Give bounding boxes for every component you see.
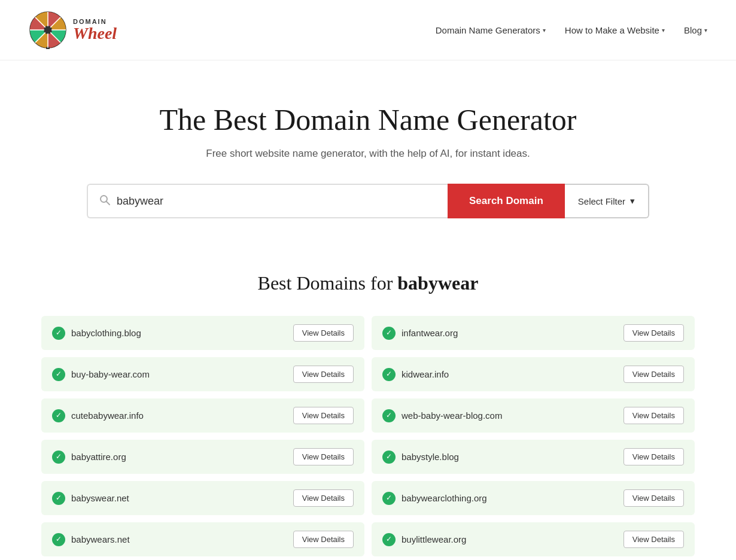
domain-left: ✓ web-baby-wear-blog.com	[382, 409, 502, 422]
view-details-button[interactable]: View Details	[624, 531, 684, 548]
svg-point-11	[44, 26, 51, 34]
logo-wheel-label: Wheel	[73, 25, 117, 42]
chevron-down-icon-2: ▾	[662, 27, 665, 34]
view-details-button[interactable]: View Details	[624, 489, 684, 507]
available-check-icon: ✓	[52, 533, 65, 546]
filter-button-label: Select Filter	[578, 196, 625, 206]
domain-item: ✓ buylittlewear.org View Details	[372, 522, 695, 556]
domain-left: ✓ babystyle.blog	[382, 451, 459, 464]
logo-text: DOMAIN Wheel	[73, 19, 117, 42]
results-section: Best Domains for babywear ✓ babyclothing…	[27, 272, 709, 556]
domain-item: ✓ babywears.net View Details	[41, 522, 364, 556]
domain-left: ✓ babyattire.org	[52, 451, 126, 464]
view-details-button[interactable]: View Details	[293, 531, 354, 548]
results-title: Best Domains for babywear	[41, 272, 695, 294]
view-details-button[interactable]: View Details	[624, 324, 684, 342]
svg-line-13	[107, 201, 110, 205]
domain-name: cutebabywear.info	[71, 410, 144, 421]
filter-chevron-icon: ▾	[630, 196, 635, 206]
domain-name: babyattire.org	[71, 452, 126, 462]
nav-how-to[interactable]: How to Make a Website ▾	[565, 25, 665, 35]
domain-name: babywearclothing.org	[402, 493, 487, 503]
domain-item: ✓ web-baby-wear-blog.com View Details	[372, 398, 695, 433]
domain-name: kidwear.info	[402, 369, 449, 379]
logo-wheel-icon	[29, 11, 67, 49]
nav-domain-generators[interactable]: Domain Name Generators ▾	[436, 25, 546, 35]
available-check-icon: ✓	[52, 409, 65, 422]
domain-left: ✓ cutebabywear.info	[52, 409, 144, 422]
domain-name: buylittlewear.org	[402, 534, 466, 544]
available-check-icon: ✓	[382, 327, 396, 340]
filter-button[interactable]: Select Filter ▾	[565, 184, 649, 218]
domain-left: ✓ babywears.net	[52, 533, 130, 546]
domain-item: ✓ babyswear.net View Details	[41, 481, 364, 515]
view-details-button[interactable]: View Details	[624, 407, 684, 424]
view-details-button[interactable]: View Details	[293, 489, 354, 507]
hero-title: The Best Domain Name Generator	[12, 102, 724, 137]
domain-name: babystyle.blog	[402, 452, 459, 462]
domain-name: babyclothing.blog	[71, 328, 141, 338]
search-box	[87, 184, 448, 218]
nav-blog[interactable]: Blog ▾	[684, 25, 707, 35]
domain-item: ✓ cutebabywear.info View Details	[41, 398, 364, 433]
hero-subtitle: Free short website name generator, with …	[12, 148, 724, 160]
available-check-icon: ✓	[382, 451, 396, 464]
domain-item: ✓ babyattire.org View Details	[41, 440, 364, 474]
domain-item: ✓ babyclothing.blog View Details	[41, 316, 364, 350]
search-container: Search Domain Select Filter ▾	[87, 184, 649, 218]
domain-item: ✓ kidwear.info View Details	[372, 357, 695, 391]
domain-item: ✓ babystyle.blog View Details	[372, 440, 695, 474]
navbar: DOMAIN Wheel Domain Name Generators ▾ Ho…	[0, 0, 736, 60]
domain-left: ✓ infantwear.org	[382, 327, 458, 340]
available-check-icon: ✓	[52, 368, 65, 381]
search-input[interactable]	[117, 195, 437, 208]
domain-name: web-baby-wear-blog.com	[402, 410, 502, 421]
domain-name: babywears.net	[71, 534, 130, 544]
view-details-button[interactable]: View Details	[624, 366, 684, 383]
domain-item: ✓ babywearclothing.org View Details	[372, 481, 695, 515]
available-check-icon: ✓	[382, 492, 396, 505]
domain-item: ✓ infantwear.org View Details	[372, 316, 695, 350]
domain-left: ✓ kidwear.info	[382, 368, 449, 381]
view-details-button[interactable]: View Details	[624, 448, 684, 465]
results-query: babywear	[397, 272, 478, 294]
domain-left: ✓ babywearclothing.org	[382, 492, 487, 505]
available-check-icon: ✓	[52, 327, 65, 340]
available-check-icon: ✓	[382, 533, 396, 546]
domain-item: ✓ buy-baby-wear.com View Details	[41, 357, 364, 391]
domain-left: ✓ babyswear.net	[52, 492, 129, 505]
available-check-icon: ✓	[382, 409, 396, 422]
domain-name: infantwear.org	[402, 328, 458, 338]
results-title-prefix: Best Domains for	[258, 272, 393, 294]
chevron-down-icon: ▾	[543, 27, 546, 34]
domain-left: ✓ babyclothing.blog	[52, 327, 141, 340]
results-grid: ✓ babyclothing.blog View Details ✓ infan…	[41, 316, 695, 556]
domain-left: ✓ buy-baby-wear.com	[52, 368, 150, 381]
search-domain-button[interactable]: Search Domain	[448, 184, 565, 218]
domain-name: babyswear.net	[71, 493, 129, 503]
nav-domain-generators-label: Domain Name Generators	[436, 25, 540, 35]
chevron-down-icon-3: ▾	[704, 27, 707, 34]
domain-left: ✓ buylittlewear.org	[382, 533, 466, 546]
view-details-button[interactable]: View Details	[293, 324, 354, 342]
available-check-icon: ✓	[52, 492, 65, 505]
view-details-button[interactable]: View Details	[293, 448, 354, 465]
view-details-button[interactable]: View Details	[293, 366, 354, 383]
available-check-icon: ✓	[52, 451, 65, 464]
hero-section: The Best Domain Name Generator Free shor…	[0, 60, 736, 242]
nav-blog-label: Blog	[684, 25, 702, 35]
nav-links: Domain Name Generators ▾ How to Make a W…	[436, 25, 707, 35]
view-details-button[interactable]: View Details	[293, 407, 354, 424]
domain-name: buy-baby-wear.com	[71, 369, 150, 379]
logo[interactable]: DOMAIN Wheel	[29, 11, 117, 49]
nav-how-to-label: How to Make a Website	[565, 25, 659, 35]
search-icon	[99, 194, 111, 209]
available-check-icon: ✓	[382, 368, 396, 381]
